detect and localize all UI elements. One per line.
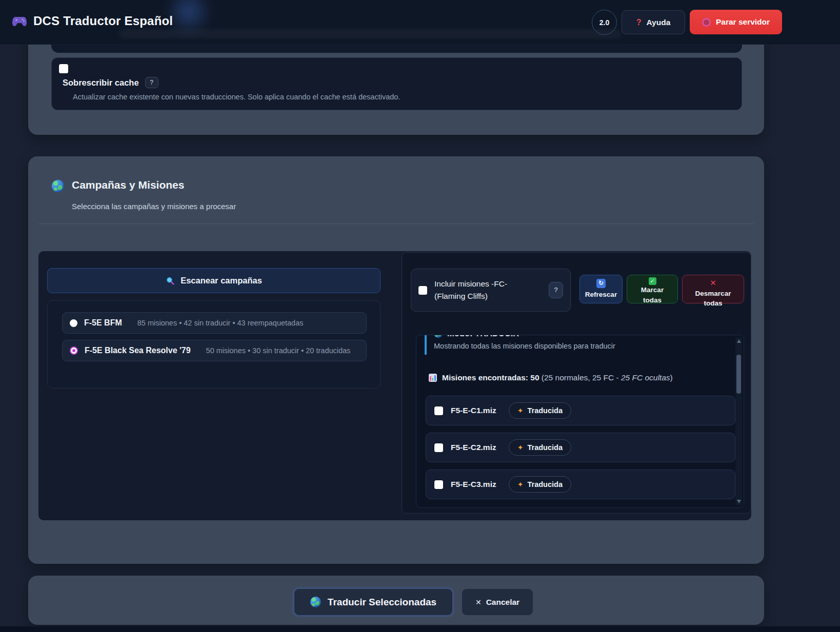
sparkles-icon: ✦ [517, 406, 524, 415]
include-fc-label: Incluir misiones -FC- (Flaming Cliffs) [434, 278, 507, 302]
cancel-label: Cancelar [486, 598, 519, 607]
x-icon: ✕ [710, 277, 716, 289]
overwrite-cache-option: Sobrescribir cache ? Actualizar cache ex… [51, 57, 742, 110]
gamepad-icon [12, 15, 27, 28]
mission-checkbox[interactable] [434, 480, 443, 489]
globe-icon [434, 335, 443, 338]
mode-banner: Modo: TRADUCIR Mostrando todas las misio… [425, 335, 615, 355]
question-icon: ? [636, 18, 642, 27]
mark-all-label: Marcar todas [631, 285, 673, 305]
refresh-button[interactable]: ↻ Refrescar [579, 275, 623, 303]
scrolled-content-blur [119, 29, 622, 38]
globe-icon [52, 180, 64, 192]
refresh-icon: ↻ [596, 279, 606, 288]
scan-campaigns-button[interactable]: Escanear campañas [47, 268, 381, 293]
mission-row[interactable]: F5-E-C2.miz ✦ Traducida [426, 433, 735, 462]
page: Sobrescribir cache ? Actualizar cache ex… [0, 0, 840, 632]
mission-row[interactable]: F5-E-C3.miz ✦ Traducida [426, 470, 735, 499]
mission-filename: F5-E-C1.miz [451, 406, 496, 415]
include-fc-checkbox[interactable] [418, 286, 427, 295]
overwrite-cache-checkbox[interactable] [59, 64, 68, 73]
campaign-list: F-5E BFM 85 misiones • 42 sin traducir •… [47, 300, 381, 389]
scrollbar-thumb[interactable] [736, 355, 741, 394]
footer-actions-card: Traducir Seleccionadas ✕ Cancelar [28, 576, 764, 625]
cache-help-icon[interactable]: ? [145, 77, 158, 88]
unmark-all-label: Desmarcar todas [687, 289, 739, 309]
globe-icon [310, 597, 321, 607]
app-header: DCS Traductor Español 2.0 ? Ayuda Parar … [0, 0, 840, 45]
fc-help-icon[interactable]: ? [549, 282, 563, 298]
campaigns-missions-panel: Escanear campañas F-5E BFM 85 misiones •… [38, 251, 751, 520]
campaign-name: F-5E Black Sea Resolve '79 [85, 346, 191, 355]
version-badge: 2.0 [592, 10, 617, 35]
overwrite-cache-description: Actualizar cache existente con nuevas tr… [73, 93, 400, 101]
campaign-row-black-sea-resolve[interactable]: F-5E Black Sea Resolve '79 50 misiones •… [62, 340, 367, 361]
section-title: Campañas y Misiones [72, 179, 184, 191]
missions-found-summary: Misiones encontradas: 50 (25 normales, 2… [429, 373, 673, 382]
sparkles-icon: ✦ [517, 443, 524, 452]
radio-unselected-icon[interactable] [70, 319, 77, 327]
translated-badge: ✦ Traducida [509, 476, 571, 493]
mission-row[interactable]: F5-E-C1.miz ✦ Traducida [426, 396, 735, 425]
stop-server-button[interactable]: Parar servidor [690, 10, 782, 34]
scan-campaigns-label: Escanear campañas [181, 276, 262, 286]
mode-subtitle: Mostrando todas las misiones disponibles… [434, 342, 615, 350]
help-button[interactable]: ? Ayuda [622, 10, 685, 34]
campaign-name: F-5E BFM [84, 318, 122, 328]
missions-panel: Incluir misiones -FC- (Flaming Cliffs) ?… [402, 252, 751, 514]
badge-label: Traducida [527, 443, 563, 452]
close-icon: ✕ [475, 598, 482, 606]
mode-title: Modo: TRADUCIR [447, 335, 519, 338]
bottom-strip [0, 626, 840, 632]
scroll-up-arrow-icon[interactable] [737, 339, 741, 343]
mission-checkbox[interactable] [434, 443, 443, 452]
divider [38, 223, 754, 224]
radio-selected-icon[interactable] [70, 346, 78, 355]
scroll-down-arrow-icon[interactable] [737, 500, 741, 503]
campaign-row-f5e-bfm[interactable]: F-5E BFM 85 misiones • 42 sin traducir •… [62, 312, 367, 334]
magnifier-icon [166, 276, 175, 286]
translate-selected-button[interactable]: Traducir Seleccionadas [294, 588, 453, 616]
mark-all-button[interactable]: ✓ Marcar todas [627, 275, 678, 303]
badge-label: Traducida [527, 406, 563, 415]
bar-chart-icon [429, 374, 437, 382]
mission-checkbox[interactable] [434, 406, 443, 415]
cancel-button[interactable]: ✕ Cancelar [462, 588, 533, 616]
mission-filename: F5-E-C3.miz [451, 480, 496, 489]
translated-badge: ✦ Traducida [509, 439, 571, 456]
record-circle-icon [702, 18, 711, 27]
campaigns-missions-card: Campañas y Misiones Selecciona las campa… [28, 156, 764, 564]
translate-selected-label: Traducir Seleccionadas [328, 597, 436, 608]
missions-scroll-area[interactable]: Modo: TRADUCIR Mostrando todas las misio… [416, 335, 744, 508]
stop-server-label: Parar servidor [716, 17, 770, 27]
cache-options-card: Sobrescribir cache ? Actualizar cache ex… [28, 30, 764, 135]
section-subtitle: Selecciona las campañas y misiones a pro… [72, 202, 236, 211]
app-title: DCS Traductor Español [33, 14, 173, 28]
campaign-stats: 50 misiones • 30 sin traducir • 20 tradu… [206, 346, 351, 355]
badge-label: Traducida [527, 480, 563, 488]
missions-scrollbar[interactable] [735, 337, 742, 505]
include-fc-option: Incluir misiones -FC- (Flaming Cliffs) ? [411, 269, 571, 312]
sparkles-icon: ✦ [517, 480, 524, 488]
overwrite-cache-label: Sobrescribir cache [63, 78, 139, 88]
help-label: Ayuda [646, 18, 670, 27]
check-icon: ✓ [649, 277, 656, 285]
campaign-stats: 85 misiones • 42 sin traducir • 43 reemp… [137, 319, 304, 327]
unmark-all-button[interactable]: ✕ Desmarcar todas [682, 275, 744, 303]
refresh-label: Refrescar [585, 290, 617, 300]
translated-badge: ✦ Traducida [509, 402, 571, 419]
mission-filename: F5-E-C2.miz [451, 443, 496, 452]
